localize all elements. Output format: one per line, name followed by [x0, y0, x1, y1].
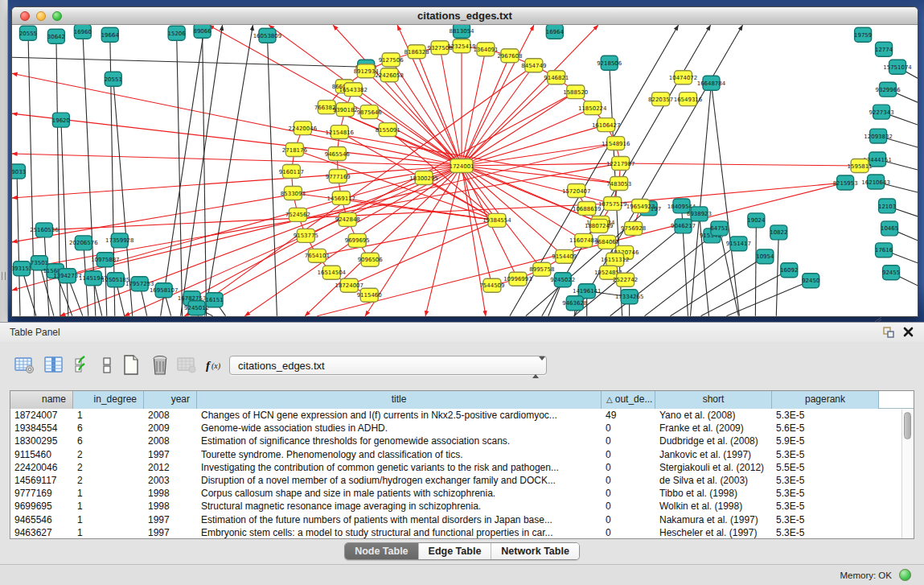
- graph-node[interactable]: 9096506: [358, 253, 383, 266]
- stacked-rows-icon[interactable]: [95, 353, 119, 377]
- graph-node[interactable]: 19620: [52, 113, 70, 127]
- graph-node[interactable]: 12154816: [326, 126, 354, 139]
- graph-node[interactable]: 17616: [875, 243, 893, 257]
- graph-edge[interactable]: [462, 25, 534, 166]
- graph-node[interactable]: 9699695: [345, 233, 370, 247]
- graph-node[interactable]: 17359928: [105, 233, 133, 248]
- graph-edge[interactable]: [44, 204, 613, 230]
- tab-node-table[interactable]: Node Table: [345, 543, 417, 559]
- graph-node[interactable]: 7654101: [305, 249, 330, 262]
- graph-node[interactable]: 10465: [881, 221, 898, 236]
- graph-node[interactable]: 19759: [854, 27, 872, 42]
- graph-node[interactable]: 92450: [802, 274, 819, 288]
- graph-node[interactable]: 10996993: [503, 272, 532, 286]
- graph-node[interactable]: 7663822: [314, 101, 339, 114]
- table-row[interactable]: 1872400712008Changes of HCN gene express…: [10, 409, 914, 422]
- new-table-icon[interactable]: [119, 353, 143, 377]
- graph-node[interactable]: 16960: [74, 25, 92, 39]
- graph-edge[interactable]: [105, 260, 107, 316]
- graph-node[interactable]: 15751074: [883, 60, 912, 74]
- graph-edge[interactable]: [12, 166, 462, 198]
- graph-node[interactable]: 8912934: [354, 64, 380, 78]
- graph-edge[interactable]: [61, 120, 68, 316]
- graph-node[interactable]: 10822: [770, 225, 787, 240]
- table-scrollbar[interactable]: [901, 410, 913, 538]
- graph-edge[interactable]: [17, 171, 20, 316]
- table-row[interactable]: 1938455462009Genome-wide association stu…: [10, 422, 914, 435]
- graph-node[interactable]: 9227343: [869, 105, 894, 119]
- graph-edge[interactable]: [302, 128, 618, 183]
- graph-node[interactable]: 9463628: [562, 296, 587, 311]
- table-row[interactable]: 2242004622012Investigating the contribut…: [10, 461, 914, 474]
- graph-node[interactable]: 1724001: [449, 159, 474, 173]
- graph-node[interactable]: 12103: [878, 199, 896, 213]
- graph-node[interactable]: 10975887: [91, 253, 119, 267]
- column-header-in_degree[interactable]: in_degree: [73, 391, 144, 409]
- graph-node[interactable]: 8155091: [376, 123, 400, 137]
- column-header-title[interactable]: title: [197, 391, 602, 409]
- graph-node[interactable]: 1364091: [473, 43, 498, 56]
- network-graph-area[interactable]: 2055530642169601966415206890661605380988…: [12, 25, 918, 316]
- graph-edge[interactable]: [462, 166, 565, 257]
- graph-node[interactable]: 15206: [168, 26, 186, 40]
- graph-edge[interactable]: [462, 65, 534, 166]
- table-row[interactable]: 977716911998Corpus callosum shape and si…: [10, 487, 914, 500]
- graph-edge[interactable]: [12, 154, 462, 166]
- function-builder-icon[interactable]: f(x): [203, 353, 227, 377]
- select-columns-check-icon[interactable]: [71, 353, 95, 377]
- graph-node[interactable]: 64751: [710, 221, 728, 236]
- graph-node[interactable]: 11607483: [569, 233, 598, 247]
- graph-node[interactable]: 10474072: [669, 71, 697, 84]
- graph-node[interactable]: 9151417: [726, 237, 751, 251]
- graph-edge[interactable]: [203, 31, 207, 315]
- table-row[interactable]: 911546021997Tourette syndrome. Phenomeno…: [10, 448, 914, 461]
- graph-node[interactable]: 9146821: [544, 71, 569, 84]
- graph-edge[interactable]: [197, 65, 534, 307]
- graph-edge[interactable]: [621, 163, 860, 166]
- graph-edge[interactable]: [181, 25, 223, 315]
- network-window[interactable]: citations_edges.txt 20555306421696019664…: [11, 6, 918, 317]
- graph-node[interactable]: 9756928: [621, 221, 646, 235]
- graph-node[interactable]: 393153: [12, 262, 32, 276]
- graph-node[interactable]: 16210643: [861, 175, 889, 189]
- graph-node[interactable]: 73501: [31, 256, 48, 270]
- graph-node[interactable]: 1588520: [563, 85, 588, 99]
- graph-edge[interactable]: [755, 220, 756, 316]
- graph-node[interactable]: 16958107: [150, 283, 178, 298]
- graph-edge[interactable]: [462, 108, 593, 166]
- graph-node[interactable]: 17334265: [615, 290, 643, 304]
- graph-node[interactable]: 22420046: [289, 122, 317, 135]
- graph-node[interactable]: 92455: [882, 266, 900, 280]
- graph-node[interactable]: 16106427: [592, 118, 620, 132]
- import-table-icon[interactable]: [175, 353, 199, 377]
- table-selector-dropdown[interactable]: citations_edges.txt: [229, 356, 547, 375]
- graph-edge[interactable]: [462, 166, 492, 286]
- tab-network-table[interactable]: Network Table: [491, 543, 579, 559]
- graph-node[interactable]: 9160117: [279, 165, 304, 179]
- graph-node[interactable]: 15720407: [562, 183, 590, 197]
- graph-node[interactable]: 20206576: [69, 236, 97, 250]
- graph-node[interactable]: 10954: [756, 249, 774, 264]
- graph-node[interactable]: 2718176: [282, 143, 307, 157]
- graph-node[interactable]: 22426058: [375, 68, 403, 82]
- graph-node[interactable]: 16053809: [253, 28, 281, 43]
- table-row[interactable]: 946362711997Embryonic stem cells: a mode…: [10, 526, 914, 539]
- graph-node[interactable]: 1595811: [848, 159, 873, 173]
- graph-node[interactable]: 9245022: [550, 273, 575, 287]
- graph-edge[interactable]: [161, 25, 205, 315]
- graph-node[interactable]: 9154409: [552, 249, 577, 263]
- graph-node[interactable]: 19664: [101, 27, 120, 42]
- left-splitter[interactable]: [0, 0, 8, 322]
- graph-edge[interactable]: [691, 83, 712, 315]
- graph-node[interactable]: 8938923: [687, 207, 712, 221]
- graph-node[interactable]: 16648784: [697, 76, 726, 90]
- window-titlebar[interactable]: citations_edges.txt: [12, 7, 918, 25]
- splitter-grip[interactable]: [2, 272, 6, 280]
- column-header-year[interactable]: year: [144, 391, 197, 409]
- graph-edge[interactable]: [12, 57, 366, 67]
- graph-node[interactable]: 9465546: [325, 147, 350, 161]
- table-options-icon[interactable]: [13, 353, 37, 377]
- graph-edge[interactable]: [462, 92, 576, 166]
- graph-node[interactable]: 19033: [12, 164, 26, 179]
- graph-node[interactable]: 11548916: [602, 137, 630, 150]
